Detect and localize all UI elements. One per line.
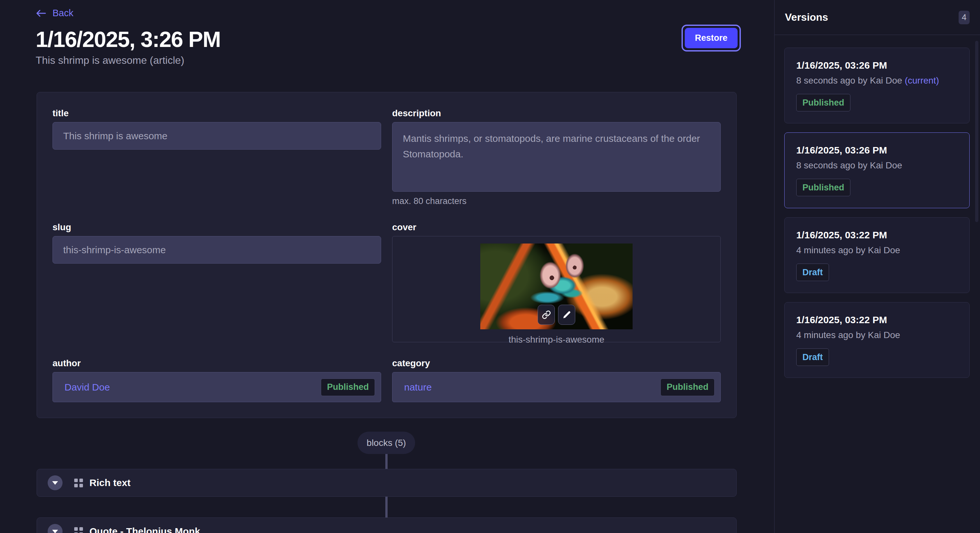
block-accordion: Quote - Thelonius Monk xyxy=(37,517,737,533)
blocks-count-pill: blocks (5) xyxy=(358,431,415,454)
blocks-connector-line xyxy=(385,497,388,517)
version-status-badge: Draft xyxy=(796,348,829,366)
version-fields-card: title description Mantis shrimps, or sto… xyxy=(37,92,737,418)
versions-list: 1/16/2025, 03:26 PM 8 seconds ago by Kai… xyxy=(775,35,980,378)
version-card[interactable]: 1/16/2025, 03:22 PM 4 minutes ago by Kai… xyxy=(784,302,970,378)
restore-button[interactable]: Restore xyxy=(685,28,738,48)
versions-header: Versions 4 xyxy=(775,0,980,35)
page-title: 1/16/2025, 3:26 PM xyxy=(36,27,220,51)
field-author: author David Doe Published xyxy=(52,358,381,402)
author-relation-box: David Doe Published xyxy=(52,372,381,402)
title-label: title xyxy=(52,108,381,119)
cover-caption: this-shrimp-is-awesome xyxy=(393,335,721,345)
author-status-badge: Published xyxy=(321,379,375,396)
copy-link-button[interactable] xyxy=(538,305,555,325)
version-card-meta: 8 seconds ago by Kai Doe xyxy=(796,160,958,171)
block-accordion: Rich text xyxy=(37,469,737,497)
version-status-badge: Published xyxy=(796,94,850,111)
version-card-title: 1/16/2025, 03:22 PM xyxy=(796,314,958,326)
back-arrow-icon xyxy=(36,10,46,17)
version-card[interactable]: 1/16/2025, 03:26 PM 8 seconds ago by Kai… xyxy=(784,48,970,124)
field-title: title xyxy=(52,108,381,206)
back-link[interactable]: Back xyxy=(36,8,73,19)
cover-media-box: this-shrimp-is-awesome xyxy=(392,236,721,342)
field-slug: slug xyxy=(52,222,381,342)
pencil-icon xyxy=(563,311,571,319)
versions-title: Versions xyxy=(785,11,828,23)
page-subtitle: This shrimp is awesome (article) xyxy=(36,54,185,67)
category-status-badge: Published xyxy=(660,379,714,396)
slug-label: slug xyxy=(52,222,381,233)
version-card-title: 1/16/2025, 03:26 PM xyxy=(796,60,958,71)
back-label: Back xyxy=(52,8,73,19)
versions-sidebar: Versions 4 1/16/2025, 03:26 PM 8 seconds… xyxy=(774,0,980,533)
version-card[interactable]: 1/16/2025, 03:22 PM 4 minutes ago by Kai… xyxy=(784,217,970,293)
author-link[interactable]: David Doe xyxy=(65,382,110,393)
author-label: author xyxy=(52,358,381,369)
field-description: description Mantis shrimps, or stomatopo… xyxy=(392,108,721,206)
edit-media-button[interactable] xyxy=(558,305,575,325)
category-label: category xyxy=(392,358,721,369)
category-link[interactable]: nature xyxy=(404,382,432,393)
field-category: category nature Published xyxy=(392,358,721,402)
version-status-badge: Published xyxy=(796,179,850,196)
main-content: Back 1/16/2025, 3:26 PM This shrimp is a… xyxy=(0,0,774,533)
version-card[interactable]: 1/16/2025, 03:26 PM 8 seconds ago by Kai… xyxy=(784,132,970,208)
description-label: description xyxy=(392,108,721,119)
versions-count-badge: 4 xyxy=(959,11,970,24)
drag-handle-icon[interactable] xyxy=(74,527,83,533)
slug-input[interactable] xyxy=(52,236,381,263)
description-textarea[interactable]: Mantis shrimps, or stomatopods, are mari… xyxy=(392,122,721,192)
field-cover: cover xyxy=(392,222,721,342)
version-status-badge: Draft xyxy=(796,263,829,281)
title-input[interactable] xyxy=(52,122,381,150)
link-icon xyxy=(542,310,551,319)
version-card-meta: 4 minutes ago by Kai Doe xyxy=(796,330,958,341)
cover-label: cover xyxy=(392,222,721,233)
version-current-tag: (current) xyxy=(905,75,939,86)
version-card-title: 1/16/2025, 03:22 PM xyxy=(796,229,958,241)
version-card-meta: 8 seconds ago by Kai Doe (current) xyxy=(796,75,958,86)
accordion-toggle-button[interactable] xyxy=(48,475,62,490)
accordion-toggle-button[interactable] xyxy=(48,524,62,533)
chevron-down-icon xyxy=(52,530,58,533)
restore-button-focus-ring: Restore xyxy=(681,25,741,51)
blocks-connector-line xyxy=(385,454,388,469)
category-relation-box: nature Published xyxy=(392,372,721,402)
version-card-title: 1/16/2025, 03:26 PM xyxy=(796,144,958,156)
cover-actions xyxy=(538,305,575,325)
description-hint: max. 80 characters xyxy=(392,196,721,206)
drag-handle-icon[interactable] xyxy=(74,479,83,487)
block-accordion-label: Quote - Thelonius Monk xyxy=(89,526,200,533)
block-accordion-label: Rich text xyxy=(89,477,130,488)
cover-image xyxy=(480,244,633,329)
version-card-meta: 4 minutes ago by Kai Doe xyxy=(796,245,958,256)
scrollbar-thumb[interactable] xyxy=(975,41,978,222)
chevron-down-icon xyxy=(52,481,58,485)
